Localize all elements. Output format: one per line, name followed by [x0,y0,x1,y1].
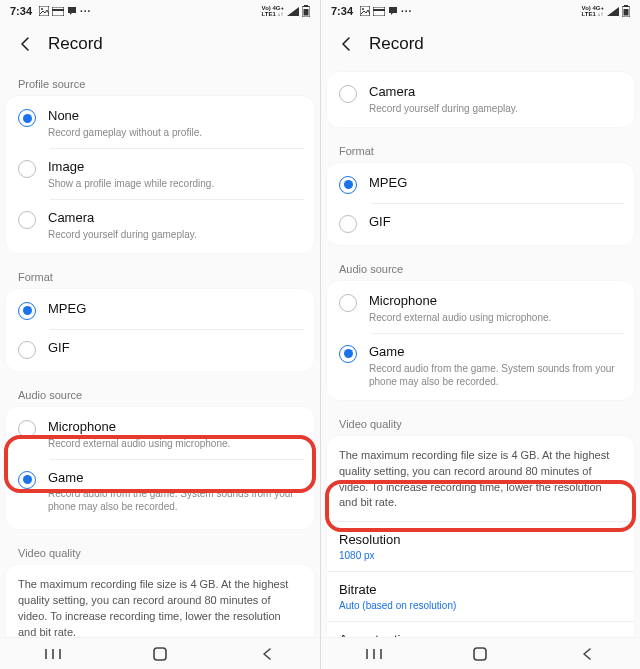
svg-rect-6 [304,9,309,16]
option-microphone[interactable]: Microphone Record external audio using m… [327,283,634,334]
scroll-area[interactable]: Profile source None Record gameplay with… [0,68,320,637]
card-audio-source: Microphone Record external audio using m… [327,281,634,400]
option-none[interactable]: None Record gameplay without a profile. [6,98,314,149]
more-icon: ··· [401,6,412,17]
status-bar: 7:34 ··· Vo) 4G+LTE1 ↓↑ [321,0,640,22]
option-mpeg[interactable]: MPEG [327,165,634,204]
svg-rect-21 [474,648,486,660]
radio-icon [339,294,357,312]
radio-icon [18,471,36,489]
svg-point-12 [362,8,364,10]
nav-home[interactable] [455,646,505,662]
option-camera[interactable]: Camera Record yourself during gameplay. [327,74,634,125]
section-audio-source: Audio source [0,379,320,407]
radio-icon [18,211,36,229]
section-video-quality: Video quality [321,408,640,436]
signal-icon [287,7,299,16]
card-audio-source: Microphone Record external audio using m… [6,407,314,530]
phone-left: 7:34 ··· Vo) 4G+LTE1 ↓↑ Record Profile s… [0,0,320,669]
card-format: MPEG GIF [327,163,634,245]
page-title: Record [369,34,424,54]
status-bar: 7:34 ··· Vo) 4G+LTE1 ↓↑ [0,0,320,22]
svg-rect-14 [373,9,385,11]
svg-rect-10 [154,648,166,660]
section-profile-source: Profile source [0,68,320,96]
nav-bar [0,637,320,669]
svg-point-1 [41,8,43,10]
radio-icon [339,176,357,194]
header: Record [0,22,320,68]
signal-icon [607,7,619,16]
setting-resolution[interactable]: Resolution 1080 px [327,521,634,571]
radio-icon [339,215,357,233]
card-icon [373,7,385,16]
nav-back[interactable] [242,647,292,661]
nav-recents[interactable] [28,647,78,661]
battery-icon [302,5,310,17]
card-icon [52,7,64,16]
nav-bar [321,637,640,669]
card-profile-source: None Record gameplay without a profile. … [6,96,314,253]
card-video-quality: The maximum recording file size is 4 GB.… [327,436,634,637]
header: Record [321,22,640,68]
radio-icon [18,341,36,359]
chat-icon [388,6,398,16]
network-label: Vo) 4G+LTE1 ↓↑ [582,5,604,17]
svg-rect-13 [373,7,385,16]
card-format: MPEG GIF [6,289,314,371]
option-camera[interactable]: Camera Record yourself during gameplay. [6,200,314,251]
video-quality-info: The maximum recording file size is 4 GB.… [6,567,314,637]
nav-home[interactable] [135,646,185,662]
radio-icon [339,345,357,363]
scroll-area[interactable]: Camera Record yourself during gameplay. … [321,68,640,637]
radio-icon [18,109,36,127]
setting-aspect-ratio[interactable]: Aspect ratio Full screen [327,621,634,637]
setting-bitrate[interactable]: Bitrate Auto (based on resolution) [327,571,634,621]
back-button[interactable] [337,35,355,53]
network-label: Vo) 4G+LTE1 ↓↑ [262,5,284,17]
gallery-icon [360,6,370,16]
section-video-quality: Video quality [0,537,320,565]
radio-icon [18,302,36,320]
radio-icon [18,420,36,438]
battery-icon [622,5,630,17]
gallery-icon [39,6,49,16]
chat-icon [67,6,77,16]
card-video-quality: The maximum recording file size is 4 GB.… [6,565,314,637]
nav-recents[interactable] [349,647,399,661]
option-game[interactable]: Game Record audio from the game. System … [6,460,314,528]
nav-back[interactable] [562,647,612,661]
option-game[interactable]: Game Record audio from the game. System … [327,334,634,398]
section-format: Format [0,261,320,289]
status-time: 7:34 [331,5,353,17]
back-button[interactable] [16,35,34,53]
svg-rect-2 [52,7,64,16]
video-quality-info: The maximum recording file size is 4 GB.… [327,438,634,522]
card-profile-source-tail: Camera Record yourself during gameplay. [327,72,634,127]
more-icon: ··· [80,6,91,17]
option-image[interactable]: Image Show a profile image while recordi… [6,149,314,200]
svg-rect-3 [52,9,64,11]
section-format: Format [321,135,640,163]
svg-rect-17 [624,9,629,16]
option-mpeg[interactable]: MPEG [6,291,314,330]
status-time: 7:34 [10,5,32,17]
radio-icon [18,160,36,178]
option-gif[interactable]: GIF [327,204,634,243]
section-audio-source: Audio source [321,253,640,281]
phone-right: 7:34 ··· Vo) 4G+LTE1 ↓↑ Record Camera Re… [320,0,640,669]
radio-icon [339,85,357,103]
option-gif[interactable]: GIF [6,330,314,369]
option-microphone[interactable]: Microphone Record external audio using m… [6,409,314,460]
page-title: Record [48,34,103,54]
